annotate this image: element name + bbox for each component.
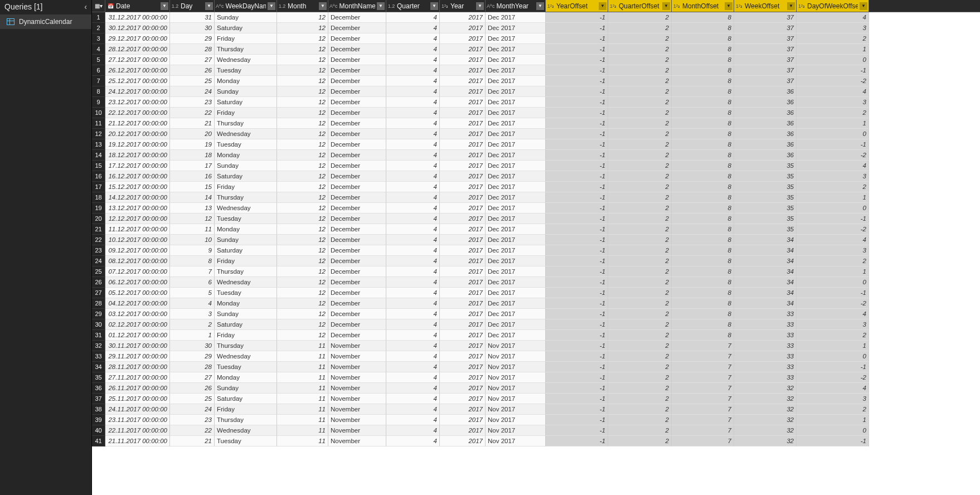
cell-monthname[interactable]: November	[328, 415, 386, 425]
cell-monthname[interactable]: December	[328, 12, 386, 23]
cell-weekoffset[interactable]: 36	[734, 139, 797, 150]
cell-quarteroffset[interactable]: 2	[608, 139, 672, 150]
column-filter-dropdown[interactable]: ▼	[860, 2, 867, 10]
cell-date[interactable]: 15.12.2017 00:00:00	[105, 182, 170, 192]
cell-quarteroffset[interactable]: 2	[608, 86, 672, 97]
cell-quarter[interactable]: 4	[386, 372, 440, 383]
cell-year[interactable]: 2017	[440, 298, 486, 309]
table-row[interactable]: 2804.12.2017 00:00:004Monday12December42…	[92, 298, 980, 309]
cell-date[interactable]: 10.12.2017 00:00:00	[105, 235, 170, 245]
cell-weekdayname[interactable]: Tuesday	[215, 362, 277, 372]
column-header-dayofweekoffset[interactable]: 1²₃DayOfWeekOffset▼	[797, 0, 869, 12]
cell-weekdayname[interactable]: Tuesday	[215, 139, 277, 150]
cell-monthname[interactable]: December	[328, 182, 386, 192]
datetime-type-icon[interactable]: 📅	[106, 3, 114, 9]
cell-day[interactable]: 22	[170, 425, 215, 436]
table-row[interactable]: 3527.11.2017 00:00:0027Monday11November4…	[92, 372, 980, 383]
cell-dayofweekoffset[interactable]: 2	[797, 256, 869, 266]
cell-monthyear[interactable]: Dec 2017	[486, 44, 546, 55]
cell-quarter[interactable]: 4	[386, 235, 440, 245]
row-number[interactable]: 41	[92, 436, 105, 447]
cell-yearoffset[interactable]: -1	[546, 394, 608, 404]
cell-quarteroffset[interactable]: 2	[608, 97, 672, 108]
cell-day[interactable]: 9	[170, 245, 215, 256]
cell-year[interactable]: 2017	[440, 44, 486, 55]
cell-monthoffset[interactable]: 8	[672, 33, 734, 44]
cell-quarteroffset[interactable]: 2	[608, 44, 672, 55]
cell-monthoffset[interactable]: 8	[672, 139, 734, 150]
cell-month[interactable]: 11	[277, 383, 328, 394]
cell-yearoffset[interactable]: -1	[546, 150, 608, 161]
cell-quarteroffset[interactable]: 2	[608, 76, 672, 86]
cell-monthname[interactable]: November	[328, 436, 386, 447]
cell-weekdayname[interactable]: Saturday	[215, 97, 277, 108]
row-number[interactable]: 3	[92, 33, 105, 44]
cell-monthoffset[interactable]: 8	[672, 277, 734, 288]
cell-weekoffset[interactable]: 34	[734, 256, 797, 266]
cell-monthname[interactable]: November	[328, 383, 386, 394]
row-number[interactable]: 35	[92, 372, 105, 383]
cell-monthoffset[interactable]: 8	[672, 245, 734, 256]
cell-weekoffset[interactable]: 34	[734, 298, 797, 309]
column-header-weekoffset[interactable]: 1²₃WeekOffset▼	[734, 0, 797, 12]
cell-monthyear[interactable]: Dec 2017	[486, 65, 546, 76]
cell-day[interactable]: 31	[170, 12, 215, 23]
cell-quarter[interactable]: 4	[386, 44, 440, 55]
table-row[interactable]: 1220.12.2017 00:00:0020Wednesday12Decemb…	[92, 129, 980, 139]
row-number[interactable]: 26	[92, 277, 105, 288]
cell-monthname[interactable]: December	[328, 298, 386, 309]
row-number[interactable]: 7	[92, 76, 105, 86]
cell-weekoffset[interactable]: 33	[734, 362, 797, 372]
cell-quarter[interactable]: 4	[386, 33, 440, 44]
cell-monthyear[interactable]: Dec 2017	[486, 97, 546, 108]
cell-year[interactable]: 2017	[440, 351, 486, 362]
cell-year[interactable]: 2017	[440, 436, 486, 447]
cell-quarteroffset[interactable]: 2	[608, 362, 672, 372]
cell-date[interactable]: 01.12.2017 00:00:00	[105, 330, 170, 341]
cell-month[interactable]: 12	[277, 86, 328, 97]
cell-quarter[interactable]: 4	[386, 12, 440, 23]
table-row[interactable]: 329.12.2017 00:00:0029Friday12December42…	[92, 33, 980, 44]
cell-month[interactable]: 12	[277, 150, 328, 161]
cell-monthyear[interactable]: Dec 2017	[486, 203, 546, 213]
cell-monthname[interactable]: December	[328, 256, 386, 266]
row-number[interactable]: 13	[92, 139, 105, 150]
cell-yearoffset[interactable]: -1	[546, 76, 608, 86]
table-row[interactable]: 3329.11.2017 00:00:0029Wednesday11Novemb…	[92, 351, 980, 362]
row-number[interactable]: 31	[92, 330, 105, 341]
cell-yearoffset[interactable]: -1	[546, 436, 608, 447]
cell-date[interactable]: 21.12.2017 00:00:00	[105, 118, 170, 129]
cell-yearoffset[interactable]: -1	[546, 245, 608, 256]
cell-weekdayname[interactable]: Tuesday	[215, 213, 277, 224]
cell-weekoffset[interactable]: 35	[734, 203, 797, 213]
cell-month[interactable]: 12	[277, 108, 328, 118]
cell-month[interactable]: 12	[277, 298, 328, 309]
cell-quarter[interactable]: 4	[386, 171, 440, 182]
cell-yearoffset[interactable]: -1	[546, 309, 608, 319]
cell-dayofweekoffset[interactable]: -1	[797, 362, 869, 372]
cell-monthyear[interactable]: Nov 2017	[486, 362, 546, 372]
cell-month[interactable]: 12	[277, 33, 328, 44]
cell-monthoffset[interactable]: 8	[672, 44, 734, 55]
cell-date[interactable]: 27.11.2017 00:00:00	[105, 372, 170, 383]
cell-quarter[interactable]: 4	[386, 203, 440, 213]
cell-yearoffset[interactable]: -1	[546, 362, 608, 372]
text-type-icon[interactable]: Aᴮc	[329, 3, 338, 9]
cell-weekdayname[interactable]: Thursday	[215, 44, 277, 55]
cell-dayofweekoffset[interactable]: 3	[797, 97, 869, 108]
table-row[interactable]: 527.12.2017 00:00:0027Wednesday12Decembe…	[92, 55, 980, 65]
cell-date[interactable]: 26.11.2017 00:00:00	[105, 383, 170, 394]
cell-year[interactable]: 2017	[440, 266, 486, 277]
column-header-weekdayname[interactable]: AᴮcWeekDayName▼	[215, 0, 277, 12]
cell-quarter[interactable]: 4	[386, 351, 440, 362]
cell-weekdayname[interactable]: Thursday	[215, 266, 277, 277]
table-row[interactable]: 3725.11.2017 00:00:0025Saturday11Novembe…	[92, 394, 980, 404]
cell-quarteroffset[interactable]: 2	[608, 171, 672, 182]
cell-quarteroffset[interactable]: 2	[608, 213, 672, 224]
column-header-monthoffset[interactable]: 1²₃MonthOffset▼	[672, 0, 734, 12]
column-filter-dropdown[interactable]: ▼	[787, 2, 795, 10]
cell-monthname[interactable]: December	[328, 23, 386, 33]
cell-date[interactable]: 04.12.2017 00:00:00	[105, 298, 170, 309]
table-row[interactable]: 131.12.2017 00:00:0031Sunday12December42…	[92, 12, 980, 23]
cell-dayofweekoffset[interactable]: -2	[797, 298, 869, 309]
